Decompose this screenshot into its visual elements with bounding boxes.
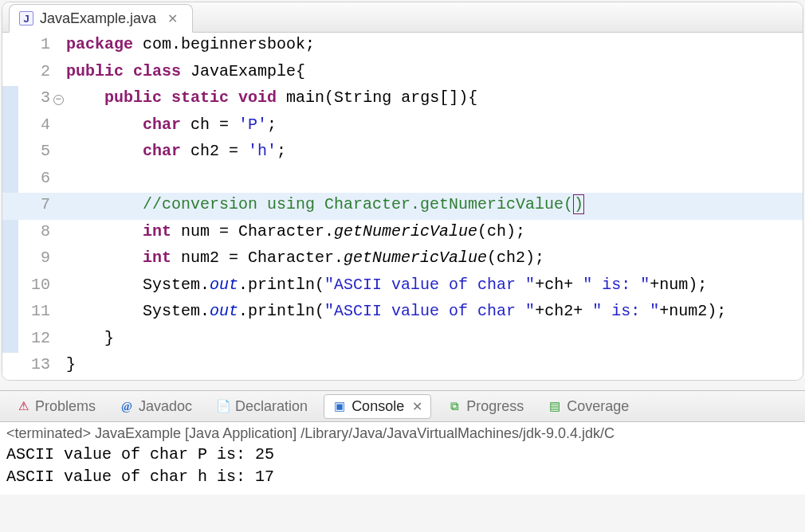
line-number: 2 [18, 60, 50, 87]
gutter-marker[interactable] [2, 299, 18, 327]
javadoc-icon: @ [120, 399, 134, 413]
line-number: 12 [18, 327, 50, 354]
line-number: 8 [18, 220, 50, 247]
code-line[interactable]: 4 char ch = 'P'; [2, 113, 803, 140]
problems-icon: ⚠ [16, 399, 30, 413]
gutter-marker[interactable] [2, 86, 18, 113]
console-output: ASCII value of char P is: 25 ASCII value… [6, 444, 799, 488]
code-line[interactable]: 12 } [2, 327, 803, 354]
line-number: 6 [18, 166, 50, 194]
console-status: <terminated> JavaExample [Java Applicati… [6, 425, 799, 442]
code-text[interactable]: public class JavaExample{ [66, 60, 803, 87]
line-number: 11 [18, 299, 50, 327]
code-line[interactable]: 5 char ch2 = 'h'; [2, 139, 803, 166]
code-line[interactable]: 11 System.out.println("ASCII value of ch… [2, 299, 803, 327]
fold-gutter [50, 220, 66, 247]
code-text[interactable]: } [66, 327, 803, 354]
line-number: 3 [18, 86, 50, 113]
gutter-marker[interactable] [2, 353, 18, 380]
editor-pane: J JavaExample.java ✕ 1package com.beginn… [2, 2, 803, 381]
tab-progress-label: Progress [466, 398, 524, 415]
bottom-pane: ⚠ Problems @ Javadoc 📄 Declaration ▣ Con… [0, 390, 805, 495]
fold-gutter [50, 353, 66, 380]
code-line[interactable]: 1package com.beginnersbook; [2, 33, 803, 60]
gutter-marker[interactable] [2, 220, 18, 247]
code-line[interactable]: 10 System.out.println("ASCII value of ch… [2, 273, 803, 300]
progress-icon: ⧉ [447, 399, 461, 413]
editor-tab-javaexample[interactable]: J JavaExample.java ✕ [9, 4, 193, 33]
fold-gutter [50, 299, 66, 327]
code-text[interactable]: //conversion using Character.getNumericV… [66, 193, 803, 220]
fold-gutter [50, 139, 66, 166]
code-line[interactable]: 2public class JavaExample{ [2, 60, 803, 87]
console-body: <terminated> JavaExample [Java Applicati… [0, 422, 805, 495]
line-number: 4 [18, 113, 50, 140]
gutter-marker[interactable] [2, 166, 18, 194]
fold-gutter [50, 193, 66, 220]
fold-gutter [50, 273, 66, 300]
code-text[interactable]: public static void main(String args[]){ [66, 86, 803, 113]
gutter-marker[interactable] [2, 273, 18, 300]
line-number: 9 [18, 246, 50, 273]
line-number: 13 [18, 353, 50, 380]
code-line[interactable]: 6 [2, 166, 803, 194]
tab-coverage-label: Coverage [567, 398, 629, 415]
tab-problems[interactable]: ⚠ Problems [8, 395, 104, 418]
code-text[interactable]: System.out.println("ASCII value of char … [66, 299, 803, 327]
view-tabbar: ⚠ Problems @ Javadoc 📄 Declaration ▣ Con… [0, 390, 805, 422]
code-text[interactable]: } [66, 353, 803, 380]
tab-console-label: Console [351, 398, 404, 415]
tab-console[interactable]: ▣ Console ✕ [324, 394, 431, 419]
code-text[interactable]: int num2 = Character.getNumericValue(ch2… [66, 246, 803, 273]
gutter-marker[interactable] [2, 246, 18, 273]
code-text[interactable]: char ch = 'P'; [66, 113, 803, 140]
fold-gutter [50, 60, 66, 87]
code-line[interactable]: 13} [2, 353, 803, 380]
declaration-icon: 📄 [216, 399, 230, 413]
code-text[interactable]: char ch2 = 'h'; [66, 139, 803, 166]
line-number: 7 [18, 193, 50, 220]
gutter-marker[interactable] [2, 60, 18, 87]
code-line[interactable]: 7 //conversion using Character.getNumeri… [2, 193, 803, 220]
fold-gutter [50, 166, 66, 194]
code-text[interactable]: System.out.println("ASCII value of char … [66, 273, 803, 300]
coverage-icon: ▤ [548, 399, 562, 413]
tab-declaration-label: Declaration [235, 398, 308, 415]
code-line[interactable]: 8 int num = Character.getNumericValue(ch… [2, 220, 803, 247]
fold-gutter [50, 246, 66, 273]
gutter-marker[interactable] [2, 193, 18, 220]
fold-gutter [50, 33, 66, 60]
console-icon: ▣ [332, 399, 347, 413]
tab-declaration[interactable]: 📄 Declaration [208, 395, 316, 418]
line-number: 5 [18, 139, 50, 166]
line-number: 1 [18, 33, 50, 60]
code-text[interactable] [66, 166, 803, 194]
gutter-marker[interactable] [2, 327, 18, 354]
tab-javadoc-label: Javadoc [139, 398, 192, 415]
code-area[interactable]: 1package com.beginnersbook;2public class… [2, 33, 803, 380]
gutter-marker[interactable] [2, 33, 18, 60]
code-text[interactable]: int num = Character.getNumericValue(ch); [66, 220, 803, 247]
tab-problems-label: Problems [35, 398, 96, 415]
gutter-marker[interactable] [2, 139, 18, 166]
line-number: 10 [18, 273, 50, 300]
gutter-marker[interactable] [2, 113, 18, 140]
code-line[interactable]: 3− public static void main(String args[]… [2, 86, 803, 113]
code-line[interactable]: 9 int num2 = Character.getNumericValue(c… [2, 246, 803, 273]
tab-javadoc[interactable]: @ Javadoc [112, 395, 200, 418]
fold-gutter [50, 327, 66, 354]
close-icon[interactable]: ✕ [167, 11, 178, 26]
fold-minus-icon[interactable]: − [53, 95, 64, 105]
fold-gutter [50, 113, 66, 140]
close-icon[interactable]: ✕ [412, 399, 422, 414]
editor-tabbar: J JavaExample.java ✕ [2, 2, 803, 33]
java-file-icon: J [19, 11, 33, 25]
code-text[interactable]: package com.beginnersbook; [66, 33, 803, 60]
editor-tab-label: JavaExample.java [40, 10, 156, 27]
fold-gutter[interactable]: − [50, 86, 66, 113]
tab-coverage[interactable]: ▤ Coverage [540, 395, 637, 418]
tab-progress[interactable]: ⧉ Progress [439, 395, 532, 418]
